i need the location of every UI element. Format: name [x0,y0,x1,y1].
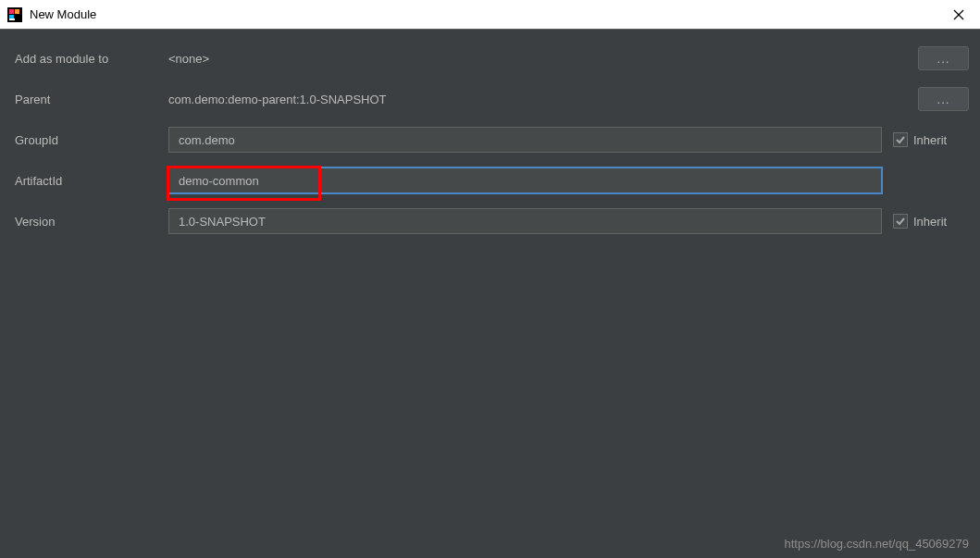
inherit-version-wrap: Inherit [893,214,969,229]
titlebar: New Module [0,0,980,30]
artifactid-input[interactable] [168,167,882,193]
value-add-as-module: <none> [168,52,911,66]
svg-rect-1 [9,9,14,14]
row-version: Version Inherit [11,207,969,235]
window-title: New Module [30,7,937,21]
close-button[interactable] [937,0,980,30]
form-content: Add as module to <none> ... Parent com.d… [0,30,980,263]
app-icon [7,7,22,22]
inherit-groupid-checkbox[interactable] [893,132,908,147]
inherit-groupid-label: Inherit [913,133,947,147]
svg-rect-4 [9,19,15,20]
row-groupid: GroupId Inherit [11,126,969,154]
row-artifactid: ArtifactId [11,167,969,194]
inherit-groupid-wrap: Inherit [893,132,969,147]
svg-rect-2 [15,9,19,14]
watermark-text: https://blog.csdn.net/qq_45069279 [785,537,970,551]
label-version: Version [11,215,168,229]
label-add-as-module: Add as module to [11,52,168,66]
version-input[interactable] [168,208,882,234]
value-parent: com.demo:demo-parent:1.0-SNAPSHOT [168,93,911,106]
row-parent: Parent com.demo:demo-parent:1.0-SNAPSHOT… [11,85,969,113]
browse-parent-button[interactable]: ... [918,87,969,111]
row-add-as-module: Add as module to <none> ... [11,44,969,72]
label-parent: Parent [11,93,168,106]
browse-add-as-module-button[interactable]: ... [918,46,969,70]
inherit-version-checkbox[interactable] [893,214,908,229]
label-artifactid: ArtifactId [11,174,168,188]
label-groupid: GroupId [11,133,168,147]
inherit-version-label: Inherit [913,215,947,229]
groupid-input[interactable] [168,127,882,153]
